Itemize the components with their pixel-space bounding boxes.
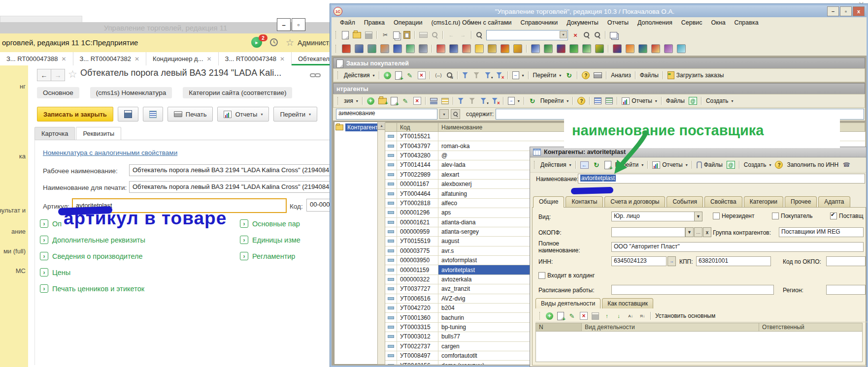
save-order-icon[interactable] [590,312,601,320]
sales-report-icon[interactable] [637,44,649,54]
goto-button[interactable]: Перейти [539,97,570,105]
toolbar-item[interactable] [739,161,740,169]
filter-icon[interactable] [467,97,478,105]
favorite-star-icon[interactable]: ☆ [68,68,77,80]
expand-icon[interactable] [240,236,248,244]
toolbar-item[interactable] [701,97,702,105]
section-prices[interactable]: Цены [40,264,145,280]
okopf-input[interactable] [611,227,685,237]
filter-clear-icon[interactable] [495,71,505,79]
toolbar-item[interactable] [605,31,606,39]
buyer-doc-icon[interactable] [530,44,541,54]
new-document-icon[interactable] [340,31,350,40]
email-icon[interactable] [725,160,736,169]
schedule-input[interactable] [611,285,774,295]
coins-icon[interactable] [512,44,524,54]
print-queue-icon[interactable] [379,44,391,54]
buyer-checkbox[interactable]: Покупатель [772,213,812,219]
goto-button[interactable]: Перейти [532,71,563,79]
toolbar-item[interactable] [379,71,380,79]
copy-item-icon[interactable] [389,96,399,106]
code-input[interactable]: 00-0002025 [306,199,331,212]
section-additional-attributes[interactable]: Дополнительные реквизиты [40,232,145,248]
menu-item[interactable]: Операции [389,19,427,26]
toolbar-item[interactable] [376,31,377,39]
card-titlebar[interactable]: Контрагенты: avtoritetplast [530,147,866,157]
toolbar-item[interactable] [575,161,576,169]
open-document-icon[interactable] [511,71,526,80]
actions-button[interactable]: Действия [342,71,376,79]
toolbar-item[interactable] [608,45,609,53]
menu-item[interactable]: (cms1c.ru) Обмен с сайтами [427,19,516,26]
group-input[interactable]: Поставщики ИМ REG [779,227,864,237]
similar-items-link[interactable]: Номенклатура с аналогичными свойствами [43,149,177,156]
menu-item[interactable]: Файл [335,19,360,26]
toolbar-item[interactable] [692,161,693,169]
inn-input[interactable]: 6345024123 [611,256,667,266]
fill-by-inn-button[interactable]: Заполнить по ИНН [785,161,840,169]
refresh-icon[interactable] [527,96,538,105]
move-up-icon[interactable] [601,311,612,320]
restructure-icon[interactable] [433,71,444,80]
returns-icon[interactable] [650,44,662,54]
print-icon[interactable] [418,31,429,38]
expand-icon[interactable] [40,236,48,244]
expand-icon[interactable] [40,252,48,260]
toolbar-item[interactable] [635,71,636,79]
card-tab-other[interactable]: Прочее [785,196,817,208]
edit-icon[interactable] [567,311,577,320]
order-in-icon[interactable] [542,44,554,54]
toolbar-item[interactable] [414,31,415,39]
load-orders-button[interactable]: Загрузить заказы [666,71,725,80]
subtab-card[interactable]: Карточка [34,127,75,140]
phone-icon[interactable] [841,160,852,169]
okopf-pick-icon[interactable]: … [694,227,702,237]
toolbar-item[interactable] [526,45,527,53]
transfer-out-icon[interactable] [581,44,593,54]
expand-icon[interactable] [40,284,48,293]
catalog-icon[interactable] [340,44,352,54]
toolbar-item[interactable] [528,71,529,79]
header-activity[interactable]: Вид деятельности [582,323,759,332]
open-icon[interactable] [351,31,363,39]
windows-icon[interactable] [608,31,619,39]
menu-item[interactable]: Документы [562,19,602,26]
kpp-input[interactable]: 638201001 [696,256,771,266]
sort-desc-icon[interactable] [637,311,648,320]
card-tab-events[interactable]: События [667,196,703,208]
files-button[interactable]: Файлы [638,71,660,79]
files-button[interactable]: Файлы [695,161,724,169]
redo-icon[interactable] [458,31,468,39]
list-settings-icon[interactable] [604,97,614,105]
toolbar-item[interactable] [471,31,472,39]
analysis-button[interactable]: Анализ [609,71,633,79]
link-icon[interactable] [310,72,321,81]
toolbar-item[interactable] [457,71,458,79]
toolbar-item[interactable] [661,97,662,105]
menu-item[interactable]: Дополнения [633,19,677,26]
zoom-in-icon[interactable] [582,31,592,39]
card-tab-properties[interactable]: Свойства [704,196,742,208]
filter-menu-icon[interactable] [479,97,489,105]
close-button[interactable]: x [853,6,865,16]
forward-button[interactable]: → [51,69,65,81]
header-icon-column[interactable] [385,123,397,131]
delete-icon[interactable] [412,96,423,105]
expand-icon[interactable] [240,219,248,228]
employees-icon[interactable] [392,44,403,54]
move-group-icon[interactable] [440,97,450,105]
price-table-icon[interactable] [404,44,416,54]
toolbar-item[interactable] [650,312,651,320]
print-settings-icon[interactable] [353,44,365,54]
inn-action-icon[interactable]: → [668,256,676,266]
menu-item[interactable]: Отчеты [603,19,633,26]
help-icon[interactable] [576,96,587,105]
header-responsible[interactable]: Ответственный [759,323,863,332]
toolbar-item[interactable] [577,71,578,79]
section-units[interactable]: Единицы изме [240,232,300,248]
print-docs-icon[interactable] [366,44,378,54]
sidebar-item[interactable]: ание [11,228,26,235]
orders-window-titlebar[interactable]: Заказы покупателей [333,58,865,69]
nonresident-checkbox[interactable]: Нерезидент [713,213,754,219]
section-manufacturer-info[interactable]: Сведения о производителе [40,248,145,264]
